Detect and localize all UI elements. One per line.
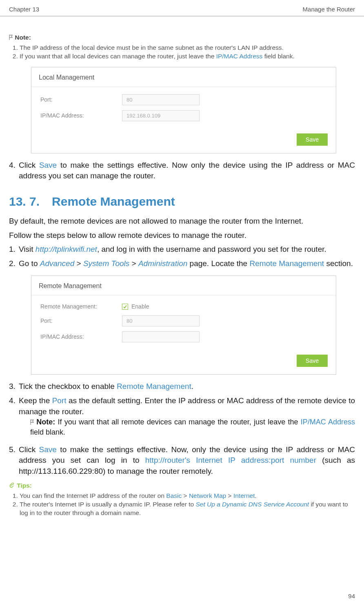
note-item: If you want that all local devices can m…	[20, 52, 355, 61]
tips-item: The router's Internet IP is usually a dy…	[20, 500, 355, 517]
panel-title: Local Management	[31, 67, 336, 87]
local-management-panel: Local Management Port: IP/MAC Address: S…	[31, 67, 336, 153]
ipmac-link: IP/MAC Address	[216, 53, 263, 60]
note-heading: Note:	[15, 34, 31, 41]
step-4: 4. Click Save to make the settings effec…	[9, 160, 355, 182]
page-number: 94	[348, 592, 355, 600]
port-input[interactable]	[122, 315, 200, 326]
inner-note: Note: If you want that all remote device…	[30, 417, 355, 437]
clip-icon	[9, 481, 15, 486]
tips-item: You can find the Internet IP address of …	[20, 492, 355, 500]
flag-icon	[9, 35, 13, 40]
note-block: Note: The IP address of the local device…	[9, 32, 355, 60]
step-1: 1. Visit http://tplinkwifi.net, and log …	[9, 244, 355, 255]
ipmac-input[interactable]	[122, 110, 200, 121]
page-title: Manage the Router	[303, 5, 355, 13]
enable-label: Enable	[131, 303, 149, 311]
tips-heading: Tips:	[17, 482, 32, 489]
page-header: Chapter 13 Manage the Router	[0, 0, 364, 16]
ipmac-input[interactable]	[122, 331, 200, 342]
note-heading: Note:	[36, 418, 55, 426]
intro-paragraph: Follow the steps below to allow remote d…	[9, 230, 355, 241]
step-4b: 4. Keep the Port as the default setting.…	[9, 395, 355, 441]
step-2: 2. Go to Advanced > System Tools > Admin…	[9, 258, 355, 269]
section-heading: 13. 7. Remote Management	[9, 193, 355, 210]
save-button[interactable]: Save	[297, 133, 328, 146]
port-input[interactable]	[122, 94, 200, 105]
rm-label: Remote Management:	[40, 303, 122, 311]
ipmac-label: IP/MAC Address:	[40, 112, 122, 120]
intro-paragraph: By default, the remote devices are not a…	[9, 216, 355, 227]
chapter-label: Chapter 13	[9, 5, 39, 13]
note-item: The IP address of the local device must …	[20, 44, 355, 52]
port-label: Port:	[40, 96, 122, 104]
save-button[interactable]: Save	[297, 355, 328, 367]
save-link: Save	[39, 161, 57, 169]
step-5: 5. Click Save to make the settings effec…	[9, 444, 355, 477]
panel-title: Remote Management	[31, 276, 336, 295]
port-label: Port:	[40, 317, 122, 325]
enable-checkbox[interactable]	[122, 304, 128, 310]
ipmac-label: IP/MAC Address:	[40, 333, 122, 341]
flag-icon	[30, 420, 34, 425]
tips-block: Tips: You can find the Internet IP addre…	[9, 480, 355, 517]
remote-management-panel: Remote Management Remote Management: Ena…	[31, 275, 336, 375]
tplink-url: http://tplinkwifi.net	[36, 245, 97, 253]
step-3: 3. Tick the checkbox to enable Remote Ma…	[9, 381, 355, 392]
